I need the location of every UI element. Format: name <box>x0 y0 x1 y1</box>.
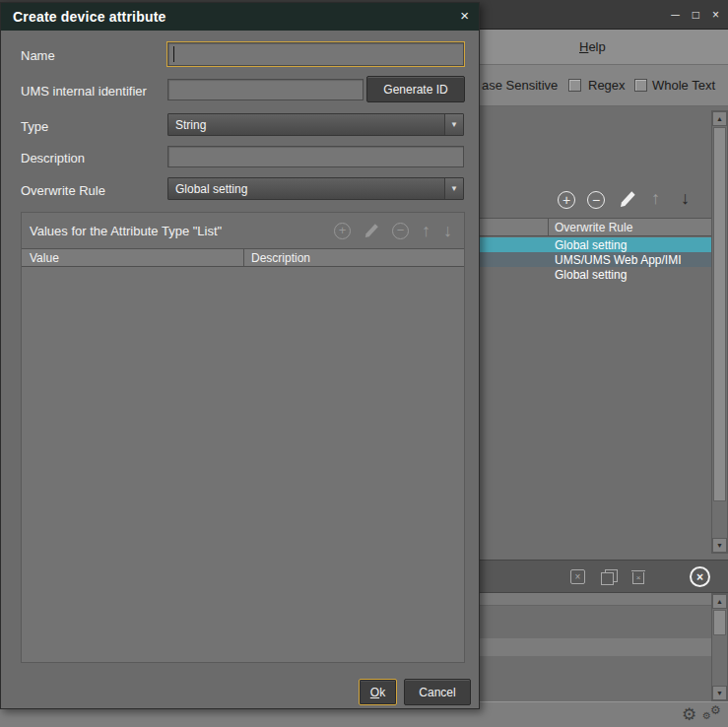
minus-circle-icon: − <box>392 223 409 239</box>
dialog-close-button[interactable]: × <box>460 7 469 24</box>
move-up-button[interactable]: ↑ <box>651 189 660 207</box>
type-value: String <box>168 118 444 132</box>
whole-text-checkbox[interactable] <box>634 79 647 92</box>
overwrite-rule-label: Overwrite Rule <box>21 183 105 198</box>
scroll-up-button[interactable]: ▲ <box>712 594 727 609</box>
column-divider <box>548 219 549 235</box>
remove-value-button[interactable]: − <box>392 223 409 239</box>
values-table-header: Value Description <box>22 248 464 267</box>
arrow-down-icon: ▼ <box>716 542 723 549</box>
chevron-down-icon: ▼ <box>444 178 463 199</box>
regex-checkbox[interactable] <box>568 79 581 92</box>
type-label: Type <box>21 119 48 134</box>
arrow-up-icon: ↑ <box>422 222 430 239</box>
type-dropdown[interactable]: String ▼ <box>167 113 464 136</box>
move-down-button[interactable]: ↓ <box>443 222 452 239</box>
overwrite-rule-column-header[interactable]: Overwrite Rule <box>555 221 632 234</box>
scroll-up-button[interactable]: ▲ <box>712 111 727 126</box>
name-label: Name <box>21 48 55 63</box>
ok-label: Ok <box>370 686 385 699</box>
minus-circle-icon: − <box>587 191 605 209</box>
regex-label: Regex <box>588 78 626 93</box>
arrow-down-icon: ↓ <box>443 222 452 239</box>
column-divider <box>243 249 244 266</box>
values-table-body <box>22 267 464 662</box>
scrollbar-thumb[interactable] <box>713 127 726 501</box>
value-column-header[interactable]: Value <box>30 251 59 265</box>
edit-value-button[interactable] <box>364 223 379 238</box>
window-controls: ─ □ × <box>671 0 719 30</box>
screen: ─ □ × Help ase Sensitive Regex Whole Tex… <box>0 0 728 727</box>
minimize-icon[interactable]: ─ <box>671 9 680 21</box>
scroll-down-button[interactable]: ▼ <box>712 686 727 700</box>
gear-small-icon: ⚙ <box>702 710 711 721</box>
ums-id-label: UMS internal identifier <box>21 84 147 99</box>
dismiss-button[interactable]: × <box>690 566 710 587</box>
scrollbar-thumb[interactable] <box>713 610 726 635</box>
add-attribute-button[interactable]: + <box>558 191 575 209</box>
dialog-title: Create device attribute <box>13 9 166 25</box>
add-value-button[interactable]: + <box>334 223 351 239</box>
scroll-down-button[interactable]: ▼ <box>712 538 727 553</box>
x-square-icon: × <box>570 569 585 584</box>
move-down-button[interactable]: ↓ <box>681 189 690 207</box>
chevron-down-icon: ▼ <box>444 114 463 135</box>
scrollbar-vertical-lower: ▲ ▼ <box>711 593 728 701</box>
arrow-up-icon: ▲ <box>716 598 723 605</box>
ums-id-input[interactable] <box>167 79 364 100</box>
edit-icon <box>364 223 379 238</box>
arrow-down-icon: ▼ <box>716 690 723 696</box>
remove-attribute-button[interactable]: − <box>587 191 605 209</box>
gear-small-icon: ⚙ <box>710 703 721 717</box>
description-column-header[interactable]: Description <box>251 251 310 265</box>
whole-text-label: Whole Text <box>652 78 715 93</box>
row-overwrite-rule: UMS/UMS Web App/IMI <box>555 253 681 267</box>
arrow-down-icon: ↓ <box>681 189 690 207</box>
case-sensitive-label: ase Sensitive <box>482 78 558 93</box>
create-device-attribute-dialog: Create device attribute × Name UMS inter… <box>0 2 480 709</box>
edit-attribute-button[interactable] <box>619 190 636 208</box>
clear-button[interactable]: × <box>570 569 585 584</box>
dialog-titlebar: Create device attribute × <box>1 3 479 31</box>
values-toolbar: + − ↑ ↓ <box>334 222 464 239</box>
row-overwrite-rule: Global setting <box>555 238 627 252</box>
arrow-up-icon: ↑ <box>651 189 660 207</box>
help-label: H <box>579 39 588 54</box>
circle-x-icon: × <box>690 566 710 587</box>
generate-id-button[interactable]: Generate ID <box>366 76 465 102</box>
help-label-rest: elp <box>588 39 605 54</box>
row-overwrite-rule: Global setting <box>555 268 627 282</box>
description-input[interactable] <box>167 146 464 167</box>
gears-icon[interactable]: ⚙ ⚙ <box>702 703 724 725</box>
plus-circle-icon: + <box>558 191 575 209</box>
overwrite-rule-dropdown[interactable]: Global setting ▼ <box>167 177 464 200</box>
cancel-button[interactable]: Cancel <box>404 679 471 705</box>
values-panel-header: Values for the Attribute Type "List" + − <box>22 213 464 248</box>
move-up-button[interactable]: ↑ <box>422 222 430 239</box>
values-panel: Values for the Attribute Type "List" + − <box>21 212 465 663</box>
description-label: Description <box>21 151 85 165</box>
edit-icon <box>619 190 636 208</box>
copy-button[interactable] <box>601 569 617 584</box>
maximize-icon[interactable]: □ <box>693 9 699 21</box>
gear-icon[interactable]: ⚙ <box>682 704 696 725</box>
overwrite-rule-value: Global setting <box>168 182 444 196</box>
name-input[interactable] <box>167 42 464 66</box>
arrow-up-icon: ▲ <box>716 115 723 122</box>
help-menu[interactable]: Help <box>579 39 606 54</box>
delete-button[interactable]: × <box>631 568 645 585</box>
plus-circle-icon: + <box>334 223 351 239</box>
close-icon[interactable]: × <box>712 9 719 21</box>
values-panel-title: Values for the Attribute Type "List" <box>30 224 222 238</box>
text-caret <box>173 46 174 62</box>
scrollbar-vertical: ▲ ▼ <box>711 110 728 554</box>
copy-icon <box>601 569 617 584</box>
trash-icon: × <box>631 568 645 585</box>
ok-button[interactable]: Ok <box>359 679 397 705</box>
